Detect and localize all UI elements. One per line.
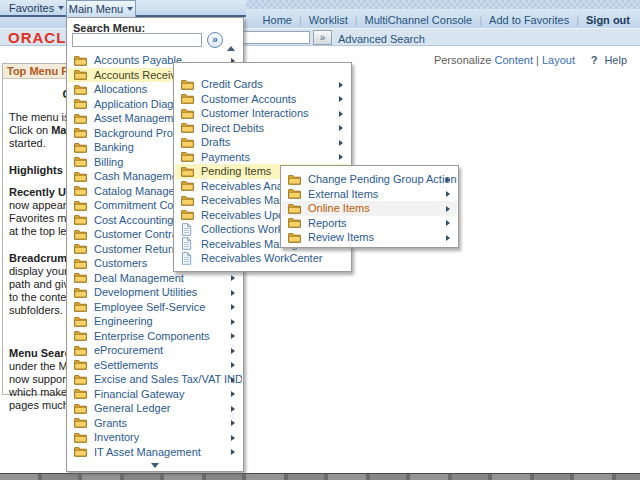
personalize-label: Personalize xyxy=(434,54,491,66)
menu-item-engineering[interactable]: Engineering xyxy=(68,314,242,329)
folder-icon xyxy=(288,187,301,200)
folder-icon xyxy=(74,170,87,183)
menu-item-review-items[interactable]: Review Items xyxy=(282,230,457,245)
menu-item-label: Reports xyxy=(308,217,347,229)
folder-icon xyxy=(74,431,87,444)
personalize-content-link[interactable]: Content xyxy=(494,54,533,66)
menu-item-label: Excise and Sales Tax/VAT IND xyxy=(94,373,242,385)
folder-icon xyxy=(74,329,87,342)
help-area: ?Help xyxy=(591,54,627,66)
menu-item-grants[interactable]: Grants xyxy=(68,416,242,431)
submenu-arrow-icon xyxy=(231,275,235,281)
folder-icon xyxy=(74,112,87,125)
submenu-arrow-icon xyxy=(446,177,450,183)
folder-icon xyxy=(74,315,87,328)
scroll-up-icon[interactable] xyxy=(227,46,235,51)
submenu-arrow-icon xyxy=(231,362,235,368)
menu-item-customer-accounts[interactable]: Customer Accounts xyxy=(175,92,350,107)
folder-icon xyxy=(181,92,194,105)
folder-icon xyxy=(181,165,194,178)
menu-item-reports[interactable]: Reports xyxy=(282,216,457,231)
menu-item-eprocurement[interactable]: eProcurement xyxy=(68,343,242,358)
folder-icon xyxy=(74,141,87,154)
menu-level3-items: Change Pending Group ActionExternal Item… xyxy=(282,172,457,245)
submenu-arrow-icon xyxy=(231,420,235,426)
folder-icon xyxy=(74,445,87,458)
folder-icon xyxy=(74,358,87,371)
menu-item-label: Financial Gateway xyxy=(94,388,185,400)
submenu-arrow-icon xyxy=(231,449,235,455)
nav-link-worklist[interactable]: Worklist xyxy=(309,14,348,26)
menu-item-label: Drafts xyxy=(201,136,230,148)
menu-item-label: Enterprise Components xyxy=(94,330,210,342)
menu-item-change-pending-group-action[interactable]: Change Pending Group Action xyxy=(282,172,457,187)
menu-item-label: Banking xyxy=(94,141,134,153)
menu-item-general-ledger[interactable]: General Ledger xyxy=(68,401,242,416)
menu-search-input[interactable] xyxy=(72,33,202,47)
menu-item-customer-interactions[interactable]: Customer Interactions xyxy=(175,106,350,121)
sign-out-link[interactable]: Sign out xyxy=(586,14,630,26)
folder-icon xyxy=(181,194,194,207)
menu-item-label: Direct Debits xyxy=(201,122,264,134)
menu-item-it-asset-management[interactable]: IT Asset Management xyxy=(68,445,242,460)
folder-icon xyxy=(74,199,87,212)
folder-icon xyxy=(288,173,301,186)
favorites-label: Favorites xyxy=(9,2,54,14)
folder-icon xyxy=(181,150,194,163)
help-link[interactable]: Help xyxy=(604,54,627,66)
menu-item-deal-management[interactable]: Deal Management xyxy=(68,271,242,286)
folder-icon xyxy=(74,155,87,168)
menu-item-enterprise-components[interactable]: Enterprise Components xyxy=(68,329,242,344)
nav-link-add-to-favorites[interactable]: Add to Favorites xyxy=(489,14,569,26)
personalize-layout-link[interactable]: Layout xyxy=(542,54,575,66)
folder-icon xyxy=(74,126,87,139)
scroll-down-icon[interactable] xyxy=(151,463,159,468)
main-menu-button[interactable]: Main Menu xyxy=(66,0,136,17)
folder-icon xyxy=(181,78,194,91)
menu-item-online-items[interactable]: Online Items xyxy=(282,201,457,216)
menu-item-drafts[interactable]: Drafts xyxy=(175,135,350,150)
menu-item-financial-gateway[interactable]: Financial Gateway xyxy=(68,387,242,402)
folder-icon xyxy=(181,107,194,120)
menu-item-label: eProcurement xyxy=(94,344,163,356)
chevron-down-icon xyxy=(58,6,64,10)
menu-item-direct-debits[interactable]: Direct Debits xyxy=(175,121,350,136)
menu-item-label: Change Pending Group Action xyxy=(308,173,457,185)
menu-item-employee-self-service[interactable]: Employee Self-Service xyxy=(68,300,242,315)
nav-link-home[interactable]: Home xyxy=(263,14,292,26)
menu-item-label: eSettlements xyxy=(94,359,158,371)
submenu-arrow-icon xyxy=(446,191,450,197)
menu-item-receivables-workcenter[interactable]: Receivables WorkCenter xyxy=(175,251,350,266)
submenu-arrow-icon xyxy=(231,333,235,339)
menu-item-excise-and-sales-tax-vat-ind[interactable]: Excise and Sales Tax/VAT IND xyxy=(68,372,242,387)
menu-scroll-footer xyxy=(67,460,243,471)
submenu-arrow-icon xyxy=(339,111,343,117)
folder-icon xyxy=(74,83,87,96)
nav-link-multichannel-console[interactable]: MultiChannel Console xyxy=(365,14,473,26)
menu-item-label: Inventory xyxy=(94,431,139,443)
bottom-taskbar-strip xyxy=(0,473,640,480)
folder-icon xyxy=(288,216,301,229)
folder-icon xyxy=(74,242,87,255)
personalize-row: Personalize Content | Layout xyxy=(434,54,575,66)
menu-item-label: Accounts Payable xyxy=(94,54,182,66)
folder-icon xyxy=(74,286,87,299)
menu-search-go-button[interactable]: » xyxy=(207,32,223,48)
menu-item-development-utilities[interactable]: Development Utilities xyxy=(68,285,242,300)
advanced-search-link[interactable]: Advanced Search xyxy=(338,33,425,45)
menu-item-label: Billing xyxy=(94,156,123,168)
menu-item-payments[interactable]: Payments xyxy=(175,150,350,165)
menu-item-esettlements[interactable]: eSettlements xyxy=(68,358,242,373)
menu-tabs-bar: Favorites Main Menu xyxy=(0,0,246,17)
favorites-menu-button[interactable]: Favorites xyxy=(9,2,64,14)
folder-icon xyxy=(74,213,87,226)
menu-item-credit-cards[interactable]: Credit Cards xyxy=(175,77,350,92)
menu-item-inventory[interactable]: Inventory xyxy=(68,430,242,445)
global-search-go-button[interactable]: » xyxy=(313,30,332,45)
folder-icon xyxy=(74,387,87,400)
page-icon xyxy=(181,223,194,236)
folder-icon xyxy=(288,231,301,244)
submenu-arrow-icon xyxy=(446,220,450,226)
menu-item-external-items[interactable]: External Items xyxy=(282,187,457,202)
chevron-down-icon xyxy=(127,7,133,11)
